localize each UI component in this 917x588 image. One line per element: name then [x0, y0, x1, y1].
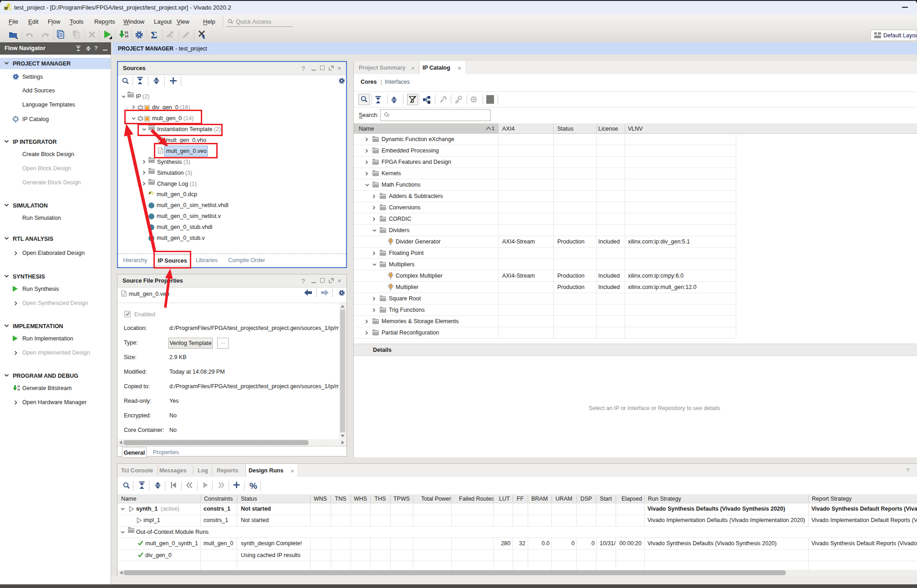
svg-text:10: 10: [125, 35, 128, 38]
svg-text:01: 01: [125, 31, 128, 34]
svg-text:10: 10: [17, 388, 20, 391]
svg-text:01: 01: [17, 385, 20, 388]
